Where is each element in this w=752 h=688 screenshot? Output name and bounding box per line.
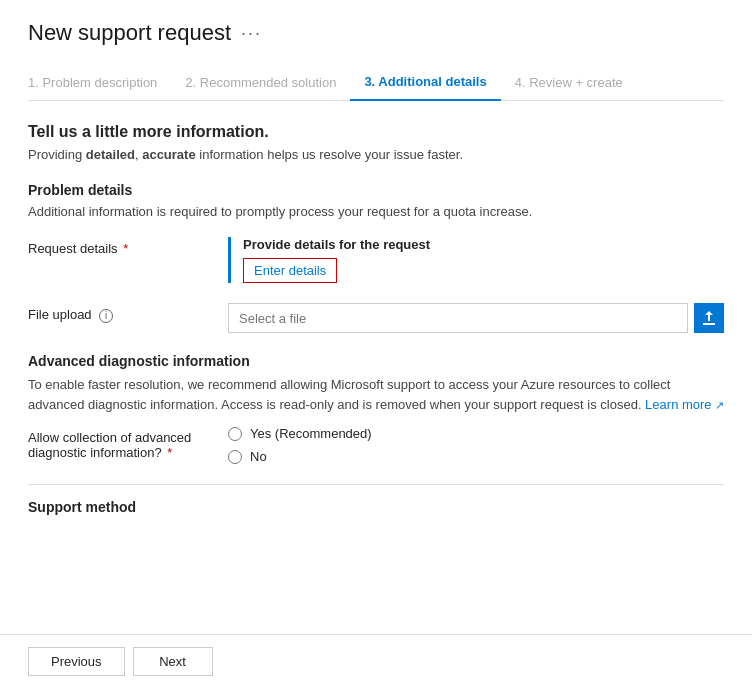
intro-description: Providing detailed, accurate information… <box>28 147 724 162</box>
upload-icon <box>701 310 717 326</box>
request-panel: Provide details for the request Enter de… <box>228 237 724 283</box>
file-upload-row: File upload i <box>28 303 724 333</box>
step-additional-details[interactable]: 3. Additional details <box>350 66 500 101</box>
problem-details-heading: Problem details <box>28 182 724 198</box>
allow-collection-label: Allow collection of advanced diagnostic … <box>28 426 228 460</box>
required-asterisk-2: * <box>164 445 173 460</box>
step-review-create[interactable]: 4. Review + create <box>501 67 637 100</box>
allow-collection-control: Yes (Recommended) No <box>228 426 724 464</box>
file-upload-button[interactable] <box>694 303 724 333</box>
request-details-label: Request details * <box>28 237 228 256</box>
intro-heading: Tell us a little more information. <box>28 123 724 141</box>
advanced-heading: Advanced diagnostic information <box>28 353 724 369</box>
radio-group: Yes (Recommended) No <box>228 426 724 464</box>
file-input[interactable] <box>228 303 688 333</box>
step-recommended-solution[interactable]: 2. Recommended solution <box>171 67 350 100</box>
ellipsis-menu-button[interactable]: ··· <box>241 23 262 44</box>
support-method-heading: Support method <box>28 484 724 515</box>
advanced-desc: To enable faster resolution, we recommen… <box>28 375 724 414</box>
radio-no-label: No <box>250 449 267 464</box>
file-upload-input-group <box>228 303 724 333</box>
file-upload-label: File upload i <box>28 303 228 323</box>
bold-detailed: detailed <box>86 147 135 162</box>
enter-details-button[interactable]: Enter details <box>243 258 337 283</box>
bold-accurate: accurate <box>142 147 195 162</box>
file-upload-info-icon[interactable]: i <box>99 309 113 323</box>
step-problem-description[interactable]: 1. Problem description <box>28 67 171 100</box>
learn-more-link[interactable]: Learn more <box>645 397 724 412</box>
next-button[interactable]: Next <box>133 647 213 676</box>
problem-details-desc: Additional information is required to pr… <box>28 204 724 219</box>
radio-yes-input[interactable] <box>228 427 242 441</box>
allow-collection-row: Allow collection of advanced diagnostic … <box>28 426 724 464</box>
required-asterisk: * <box>120 241 129 256</box>
request-details-row: Request details * Provide details for th… <box>28 237 724 283</box>
radio-yes-option[interactable]: Yes (Recommended) <box>228 426 724 441</box>
radio-no-input[interactable] <box>228 450 242 464</box>
file-upload-control <box>228 303 724 333</box>
request-panel-title: Provide details for the request <box>243 237 724 252</box>
radio-yes-label: Yes (Recommended) <box>250 426 372 441</box>
steps-nav: 1. Problem description 2. Recommended so… <box>28 66 724 101</box>
page-header: New support request ··· <box>28 20 724 46</box>
advanced-diagnostic-section: Advanced diagnostic information To enabl… <box>28 353 724 464</box>
footer-bar: Previous Next <box>0 634 752 688</box>
radio-no-option[interactable]: No <box>228 449 724 464</box>
page-title: New support request <box>28 20 231 46</box>
previous-button[interactable]: Previous <box>28 647 125 676</box>
request-details-control: Provide details for the request Enter de… <box>228 237 724 283</box>
